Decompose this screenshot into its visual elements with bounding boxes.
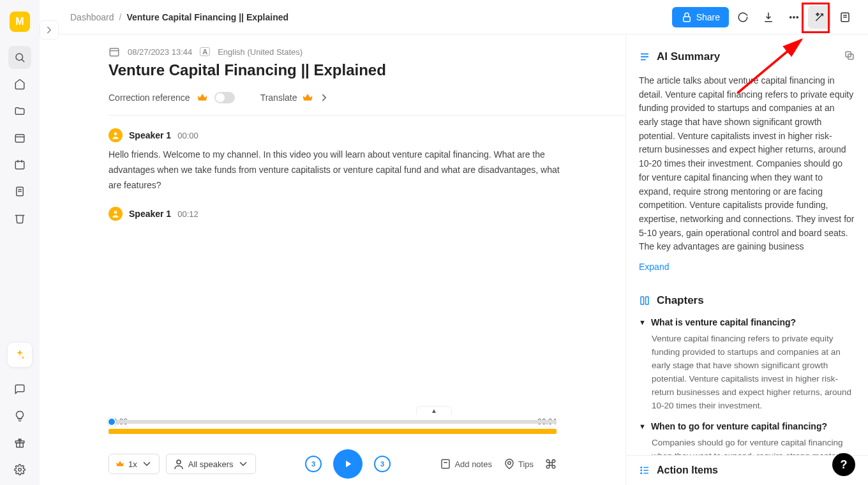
share-label: Share: [696, 12, 720, 22]
svg-point-24: [114, 132, 117, 135]
crown-icon: [302, 92, 313, 103]
svg-rect-22: [110, 48, 119, 56]
trash-icon[interactable]: [8, 207, 31, 230]
breadcrumb-dashboard[interactable]: Dashboard: [70, 12, 114, 22]
speaker-name[interactable]: Speaker 1: [129, 130, 171, 140]
magic-wand-icon[interactable]: [808, 6, 831, 29]
notes-panel-icon[interactable]: [834, 6, 857, 29]
play-button[interactable]: [333, 449, 363, 479]
home-icon[interactable]: [8, 73, 31, 96]
chevron-down-icon: [237, 458, 249, 470]
breadcrumb: Dashboard / Venture Capital Financing ||…: [70, 12, 288, 22]
chapter-toggle[interactable]: ▼What is venture capital financing?: [639, 317, 855, 327]
pin-icon: [504, 458, 515, 470]
refresh-icon[interactable]: [731, 6, 754, 29]
svg-point-0: [16, 54, 23, 61]
breadcrumb-separator: /: [119, 12, 122, 22]
svg-line-1: [22, 59, 24, 61]
segment-text[interactable]: Hello friends. Welcome to my channel. In…: [108, 147, 625, 193]
speaker-filter[interactable]: All speakers: [166, 454, 256, 474]
action-items-title: Action Items: [657, 465, 718, 476]
user-icon: [173, 458, 184, 470]
svg-rect-36: [646, 297, 649, 304]
action-items-section[interactable]: Action Items: [626, 455, 868, 485]
speed-selector[interactable]: 1x: [108, 454, 160, 474]
chevron-down-icon: [141, 458, 153, 470]
meta-language: English (United States): [218, 47, 303, 57]
summary-header: AI Summary: [639, 50, 855, 64]
share-button[interactable]: Share: [672, 7, 729, 27]
speaker-avatar-icon: [108, 207, 123, 221]
summary-icon: [639, 51, 650, 63]
meta-row: 08/27/2023 13:44 A English (United State…: [108, 46, 625, 57]
chat-icon[interactable]: [8, 378, 31, 401]
expand-link[interactable]: Expand: [639, 262, 669, 272]
translate-label: Translate: [260, 93, 297, 103]
search-icon[interactable]: [8, 46, 31, 69]
svg-rect-27: [442, 459, 449, 468]
correction-label: Correction reference: [108, 93, 190, 103]
svg-point-15: [790, 16, 791, 17]
settings-icon[interactable]: [8, 458, 31, 481]
chapter-body: Venture capital financing refers to priv…: [639, 332, 855, 413]
schedule-icon[interactable]: [8, 153, 31, 176]
seek-track[interactable]: 00:00 06:04: [108, 417, 557, 443]
chapters-icon: [639, 295, 650, 306]
svg-rect-4: [15, 161, 24, 169]
command-icon: [545, 458, 557, 470]
add-notes-button[interactable]: Add notes: [440, 458, 492, 470]
note-icon: [440, 458, 451, 470]
segment-time[interactable]: 00:00: [177, 131, 198, 140]
action-items-icon: [639, 465, 650, 476]
svg-point-25: [114, 211, 117, 214]
speed-value: 1x: [128, 459, 137, 469]
speaker-name[interactable]: Speaker 1: [129, 209, 171, 219]
transcript-segment: Speaker 1 00:00 Hello friends. Welcome t…: [108, 128, 625, 193]
shortcuts-button[interactable]: [545, 458, 557, 470]
svg-point-16: [793, 16, 795, 17]
skip-forward-button[interactable]: 3: [374, 456, 391, 472]
chevron-right-icon: [318, 92, 330, 103]
document-title: Venture Capital Financing || Explained: [108, 61, 625, 79]
sidebar-collapse-handle[interactable]: [40, 20, 59, 40]
svg-point-41: [640, 472, 642, 474]
chapters-section: Chapters ▼What is venture capital financ…: [639, 294, 855, 463]
speaker-avatar-icon: [108, 128, 123, 142]
chapter-toggle[interactable]: ▼When to go for venture capital financin…: [639, 421, 855, 431]
summary-text: The article talks about venture capital …: [639, 74, 855, 254]
copy-icon[interactable]: [844, 50, 855, 64]
help-button[interactable]: ?: [832, 453, 855, 476]
seek-thumb[interactable]: [107, 417, 116, 426]
tips-button[interactable]: Tips: [504, 458, 534, 470]
player-bar: 00:00 06:04 1x All speakers 3 3 Add note…: [40, 397, 625, 485]
meta-date: 08/27/2023 13:44: [128, 47, 192, 57]
bulb-icon[interactable]: [8, 405, 31, 428]
transcript-segment: Speaker 1 00:12: [108, 207, 625, 221]
gift-icon[interactable]: [8, 431, 31, 454]
download-icon[interactable]: [757, 6, 780, 29]
svg-rect-35: [641, 297, 644, 304]
chapters-title: Chapters: [657, 294, 704, 307]
folder-icon[interactable]: [8, 100, 31, 123]
segment-time[interactable]: 00:12: [177, 209, 198, 219]
caret-down-icon: ▼: [639, 422, 646, 430]
crown-icon: [116, 459, 124, 468]
svg-point-29: [508, 461, 511, 465]
translate-button[interactable]: Translate: [260, 92, 331, 103]
svg-point-13: [19, 468, 22, 472]
transcript: Speaker 1 00:00 Hello friends. Welcome t…: [108, 128, 625, 221]
document-icon[interactable]: [8, 180, 31, 203]
svg-point-26: [177, 460, 181, 464]
correction-toggle[interactable]: [214, 92, 235, 103]
language-badge: A: [200, 47, 210, 56]
svg-rect-14: [683, 17, 690, 22]
ai-sparkle-button[interactable]: [7, 342, 33, 368]
more-icon[interactable]: [782, 6, 805, 29]
skip-back-button[interactable]: 3: [305, 456, 322, 472]
summary-title: AI Summary: [657, 50, 720, 63]
calendar-icon[interactable]: [8, 126, 31, 149]
app-logo[interactable]: M: [10, 11, 30, 32]
breadcrumb-title: Venture Capital Financing || Explained: [126, 12, 288, 22]
topbar: Dashboard / Venture Capital Financing ||…: [40, 0, 868, 34]
left-sidebar: M: [0, 0, 40, 485]
